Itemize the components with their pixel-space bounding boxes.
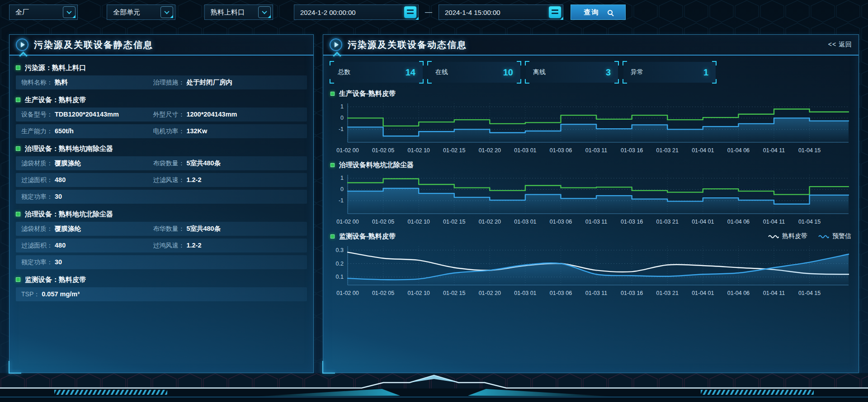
stat-card-abnormal: 异常 1 [623, 62, 716, 83]
svg-text:0.3: 0.3 [336, 247, 344, 253]
chart-block-monitoring: 监测设备-熟料皮带 熟料皮带 预警信 0.30.20.101-02 0001-0… [330, 230, 851, 297]
stat-card-offline: 离线 3 [526, 62, 618, 83]
select-unit-value: 全部单元 [113, 8, 140, 17]
query-button-label: 查询 [584, 8, 599, 17]
green-square-icon [330, 163, 335, 167]
svg-text:01-02 20: 01-02 20 [479, 147, 501, 154]
info-row: 滤袋材质：覆膜涤纶 布华数量：5室共480条 [16, 222, 307, 236]
svg-text:01-03 01: 01-03 01 [514, 147, 536, 154]
wave-icon [768, 234, 779, 239]
filter-toolbar: 全厂 全部单元 熟料上料口 2024-1-2 00:00:00 — 2024-1… [9, 4, 859, 21]
svg-text:0.2: 0.2 [336, 261, 344, 267]
green-square-icon [16, 277, 20, 282]
wave-icon [818, 234, 829, 239]
info-row: 滤袋材质：覆膜涤纶 布袋数量：5室共480条 [16, 156, 307, 170]
svg-text:01-02 05: 01-02 05 [372, 147, 394, 154]
svg-text:01-03 01: 01-03 01 [514, 219, 536, 225]
chevron-box[interactable] [160, 6, 173, 18]
corner-accent [170, 15, 173, 18]
svg-text:01-03 11: 01-03 11 [585, 147, 607, 154]
info-row: 过滤面积：480 过滤风速：1.2-2 [16, 173, 307, 187]
calendar-icon[interactable] [404, 6, 416, 18]
date-start-picker[interactable]: 2024-1-2 00:00:00 [294, 5, 419, 20]
section-header: 治理设备：熟料地坑北除尘器 [16, 206, 307, 222]
static-info-panel-title: 污染源及关联设备静态信息 [34, 39, 153, 51]
svg-text:1: 1 [340, 175, 344, 181]
svg-text:01-03 06: 01-03 06 [550, 290, 572, 296]
stat-label: 异常 [631, 68, 643, 76]
dynamic-info-panel-header: 污染源及关联设备动态信息 << 返回 [323, 35, 859, 56]
static-info-panel: 污染源及关联设备静态信息 污染源：熟料上料口 物料名称：熟料 治理措施：处于封闭… [9, 34, 314, 373]
info-row: TSP：0.057 mg/m³ [16, 287, 307, 301]
date-end-value: 2024-1-4 15:00:00 [445, 9, 500, 16]
svg-text:01-03 16: 01-03 16 [621, 290, 643, 296]
svg-text:01-03 11: 01-03 11 [585, 219, 607, 225]
green-square-icon [16, 65, 20, 70]
svg-text:01-03 21: 01-03 21 [656, 219, 679, 225]
monitoring-equipment-chart[interactable]: 0.30.20.101-02 0001-02 0501-02 1001-02 1… [330, 243, 852, 297]
legend-item-warning[interactable]: 预警信 [818, 232, 851, 240]
svg-text:01-02 00: 01-02 00 [336, 290, 359, 296]
dynamic-info-panel: 污染源及关联设备动态信息 << 返回 总数 14 在线 10 离线 3 异常 1… [323, 34, 859, 373]
chevron-down-icon [262, 9, 267, 14]
svg-text:01-04 06: 01-04 06 [727, 290, 750, 296]
chart-title: 监测设备-熟料皮带 [339, 232, 396, 241]
svg-text:01-02 05: 01-02 05 [372, 290, 394, 296]
svg-text:01-04 01: 01-04 01 [692, 147, 714, 154]
section-header: 生产设备：熟料皮带 [16, 92, 307, 108]
stat-label: 总数 [338, 68, 350, 76]
calendar-icon[interactable] [549, 6, 561, 18]
dynamic-info-panel-title: 污染源及关联设备动态信息 [348, 39, 467, 51]
stat-value: 1 [703, 67, 708, 78]
svg-text:01-04 11: 01-04 11 [763, 290, 785, 296]
device-stats-row: 总数 14 在线 10 离线 3 异常 1 [330, 62, 851, 83]
green-square-icon [16, 98, 20, 102]
svg-text:01-04 15: 01-04 15 [798, 219, 821, 225]
svg-text:01-02 15: 01-02 15 [443, 290, 465, 296]
info-row: 设备型号：TDB1200*204143mm 外型尺寸：1200*204143mm [16, 108, 307, 122]
section-header: 污染源：熟料上料口 [16, 60, 307, 75]
section-header: 监测设备：熟料皮带 [16, 272, 307, 287]
green-square-icon [16, 212, 20, 216]
chart-title: 生产设备-熟料皮带 [339, 89, 396, 98]
treatment-equipment-chart[interactable]: 10-101-02 0001-02 0501-02 1001-02 1501-0… [330, 171, 852, 225]
select-pollution-source[interactable]: 熟料上料口 [204, 5, 273, 20]
stat-value: 14 [406, 67, 415, 78]
chart-title: 治理设备料地坑北除尘器 [339, 161, 414, 169]
info-row: 额定功率：30 [16, 255, 307, 269]
back-button[interactable]: << 返回 [828, 41, 852, 49]
svg-text:01-03 11: 01-03 11 [585, 290, 607, 296]
chevron-up-decoration [333, 51, 341, 60]
svg-text:01-02 10: 01-02 10 [407, 219, 429, 225]
select-unit[interactable]: 全部单元 [107, 5, 175, 20]
static-info-list: 污染源：熟料上料口 物料名称：熟料 治理措施：处于封闭厂房内 生产设备：熟料皮带… [9, 56, 313, 301]
date-range-separator: — [425, 8, 432, 16]
info-row: 生产能力：650t/h 电机功率：132Kw [16, 124, 307, 138]
select-factory[interactable]: 全厂 [9, 5, 78, 20]
stat-label: 离线 [533, 68, 546, 76]
chevron-box[interactable] [63, 6, 75, 18]
svg-text:01-03 21: 01-03 21 [656, 147, 679, 154]
svg-text:-1: -1 [339, 197, 344, 204]
svg-text:01-02 10: 01-02 10 [407, 147, 429, 154]
production-equipment-chart[interactable]: 10-101-02 0001-02 0501-02 1001-02 1501-0… [330, 100, 852, 154]
stat-label: 在线 [435, 68, 448, 76]
svg-text:0.1: 0.1 [336, 274, 344, 280]
query-button[interactable]: 查询 [571, 5, 626, 20]
green-square-icon [330, 92, 335, 96]
info-row: 过滤面积：480 过鸿风速：1.2-2 [16, 238, 307, 252]
play-icon [16, 38, 28, 51]
chevron-box[interactable] [258, 6, 271, 18]
corner-accent [560, 17, 563, 20]
chart-legend: 熟料皮带 预警信 [768, 232, 851, 240]
stat-value: 3 [606, 67, 611, 78]
chevron-down-icon [66, 9, 71, 14]
svg-text:0: 0 [340, 186, 344, 192]
svg-text:01-04 06: 01-04 06 [727, 147, 750, 154]
corner-accent [72, 15, 75, 18]
legend-item-material-belt[interactable]: 熟料皮带 [768, 232, 807, 240]
svg-text:01-04 01: 01-04 01 [692, 290, 714, 296]
svg-text:1: 1 [340, 103, 344, 110]
date-end-picker[interactable]: 2024-1-4 15:00:00 [439, 5, 563, 20]
chevron-down-icon [164, 9, 169, 14]
